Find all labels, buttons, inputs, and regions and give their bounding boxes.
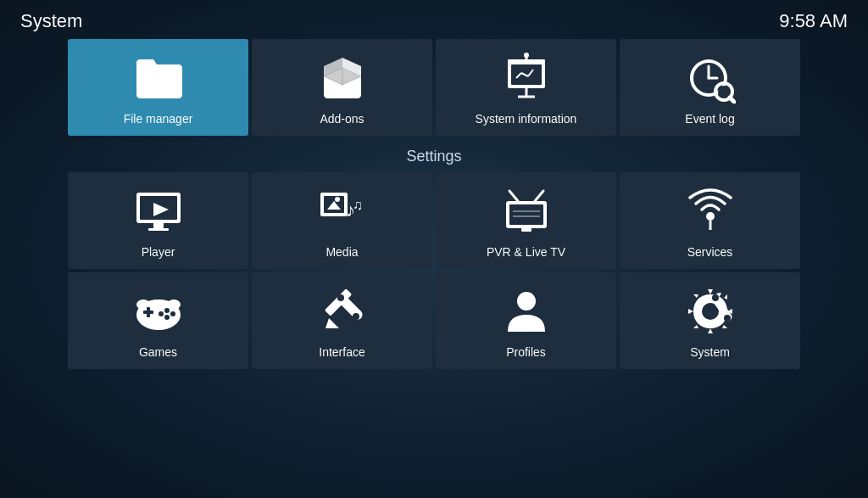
tile-interface[interactable]: Interface bbox=[252, 272, 432, 369]
event-log-label: Event log bbox=[685, 112, 734, 126]
pvr-live-tv-icon bbox=[501, 186, 552, 237]
event-log-icon bbox=[685, 53, 736, 104]
profiles-icon bbox=[501, 286, 552, 337]
svg-point-43 bbox=[164, 308, 170, 313]
svg-point-53 bbox=[724, 315, 731, 322]
svg-rect-21 bbox=[153, 223, 164, 228]
svg-rect-42 bbox=[147, 307, 150, 317]
settings-row-2: Games Interface bbox=[68, 272, 800, 369]
tile-system-information[interactable]: System information bbox=[436, 39, 616, 136]
media-icon: ♪ ♫ bbox=[317, 186, 368, 237]
tile-add-ons[interactable]: Add-ons bbox=[252, 39, 432, 136]
system-information-label: System information bbox=[476, 112, 577, 126]
add-ons-label: Add-ons bbox=[320, 112, 364, 126]
svg-point-40 bbox=[167, 299, 181, 310]
svg-point-50 bbox=[337, 294, 344, 301]
tile-event-log[interactable]: Event log bbox=[620, 39, 800, 136]
tile-profiles[interactable]: Profiles bbox=[436, 272, 616, 369]
services-icon bbox=[685, 186, 736, 237]
settings-row-1: Player ♪ ♫ Media bbox=[68, 172, 800, 269]
svg-point-17 bbox=[718, 86, 730, 98]
top-row: File manager Add-ons bbox=[68, 39, 800, 136]
tile-media[interactable]: ♪ ♫ Media bbox=[252, 172, 432, 269]
tile-services[interactable]: Services bbox=[620, 172, 800, 269]
svg-point-36 bbox=[706, 212, 715, 221]
svg-rect-35 bbox=[521, 228, 531, 232]
svg-point-44 bbox=[170, 311, 175, 316]
add-ons-icon bbox=[317, 53, 368, 104]
svg-point-10 bbox=[524, 53, 529, 58]
svg-line-32 bbox=[535, 191, 543, 201]
svg-point-54 bbox=[712, 294, 719, 301]
profiles-label: Profiles bbox=[506, 345, 546, 359]
svg-text:♫: ♫ bbox=[353, 198, 363, 212]
system-information-icon bbox=[501, 53, 552, 104]
svg-point-51 bbox=[517, 292, 536, 311]
tile-file-manager[interactable]: File manager bbox=[68, 39, 248, 136]
player-label: Player bbox=[142, 245, 175, 259]
media-label: Media bbox=[326, 245, 358, 259]
file-manager-icon bbox=[133, 53, 184, 104]
main-content: File manager Add-ons bbox=[0, 39, 868, 369]
svg-point-45 bbox=[164, 315, 170, 320]
clock: 9:58 AM bbox=[779, 10, 848, 32]
tile-games[interactable]: Games bbox=[68, 272, 248, 369]
svg-line-31 bbox=[509, 191, 518, 201]
tile-player[interactable]: Player bbox=[68, 172, 248, 269]
system-icon bbox=[685, 286, 736, 337]
interface-icon bbox=[317, 286, 368, 337]
svg-rect-30 bbox=[509, 204, 543, 225]
app-title: System bbox=[20, 10, 82, 32]
interface-label: Interface bbox=[319, 345, 364, 359]
svg-rect-8 bbox=[508, 59, 545, 63]
system-label: System bbox=[690, 345, 730, 359]
services-label: Services bbox=[687, 245, 733, 259]
file-manager-label: File manager bbox=[124, 112, 193, 126]
svg-point-46 bbox=[159, 311, 164, 316]
svg-marker-48 bbox=[326, 318, 339, 328]
games-label: Games bbox=[139, 345, 177, 359]
svg-rect-22 bbox=[148, 228, 169, 231]
header: System 9:58 AM bbox=[0, 0, 868, 39]
tile-pvr-live-tv[interactable]: PVR & Live TV bbox=[436, 172, 616, 269]
games-icon bbox=[133, 286, 184, 337]
svg-point-49 bbox=[353, 313, 359, 320]
settings-header: Settings bbox=[68, 139, 800, 172]
pvr-live-tv-label: PVR & Live TV bbox=[487, 245, 565, 259]
player-icon bbox=[133, 186, 184, 237]
svg-line-16 bbox=[730, 98, 736, 104]
tile-system[interactable]: System bbox=[620, 272, 800, 369]
svg-point-26 bbox=[335, 197, 340, 202]
